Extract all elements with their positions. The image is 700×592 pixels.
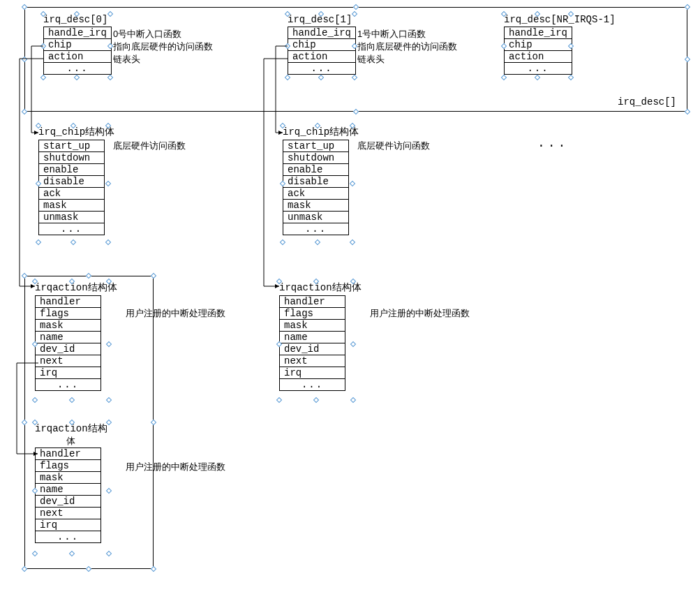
row: flags (36, 460, 101, 472)
row: mask (283, 200, 349, 212)
struct-table: start_up shutdown enable disable ack mas… (38, 140, 105, 235)
row-dots: ... (36, 379, 101, 391)
row: dev_id (36, 343, 101, 355)
row: irq (36, 519, 101, 531)
struct-irq-desc-last: irq_desc[NR_IRQS-1] handle_irq chip acti… (504, 14, 616, 75)
struct-title: irq_chip结构体 (38, 126, 114, 138)
title-suffix: 结构体 (329, 126, 359, 137)
row: name (36, 332, 101, 343)
struct-irq-chip-0: irq_chip结构体 start_up shutdown enable dis… (38, 126, 114, 235)
annot: 指向底层硬件的访问函数 (357, 40, 457, 53)
row: handle_irq (505, 27, 572, 39)
row-dots: ... (283, 223, 349, 235)
struct-title: irq_chip结构体 (283, 126, 359, 138)
struct-table: handle_irq chip action ... (43, 27, 112, 75)
selection-handle (685, 109, 690, 114)
row: mask (280, 320, 345, 332)
title-suffix: 结构 (88, 422, 107, 434)
struct-title: irqaction结构体 (35, 281, 117, 294)
selection-handle (105, 239, 111, 245)
struct-irqaction-0a: irqaction结构体 handler flags mask name dev… (35, 281, 117, 391)
struct-irqaction-1: irqaction结构体 handler flags mask name dev… (279, 281, 362, 391)
row: name (36, 484, 101, 496)
selection-handle (350, 239, 355, 245)
annot: 底层硬件访问函数 (113, 140, 186, 152)
annot: 用户注册的中断处理函数 (370, 307, 470, 320)
row: start_up (39, 140, 105, 152)
row: chip (505, 39, 572, 51)
row-dots: ... (36, 531, 101, 543)
struct-title: irqaction结构体 (279, 281, 362, 294)
struct-table: handle_irq chip action ... (504, 27, 572, 75)
struct-table: start_up shutdown enable disable ack mas… (283, 140, 349, 235)
ellipsis: ... (537, 136, 568, 150)
struct-irq-desc-1: irq_desc[1] handle_irq chip action ... (288, 14, 356, 75)
row: mask (39, 200, 105, 212)
row: dev_id (280, 343, 345, 355)
row: enable (283, 164, 349, 176)
struct-table: handler flags mask name dev_id next irq … (35, 295, 101, 391)
struct-title: irq_desc[NR_IRQS-1] (504, 14, 616, 25)
title-body-char: 体 (35, 435, 107, 447)
row: name (280, 332, 345, 343)
row: unmask (283, 212, 349, 223)
row: flags (280, 308, 345, 320)
title-suffix: 结构体 (85, 126, 114, 137)
row: disable (283, 176, 349, 188)
struct-table: handle_irq chip action ... (288, 27, 356, 75)
selection-handle (315, 239, 320, 245)
title-prefix: irqaction (35, 423, 88, 434)
row: action (44, 51, 112, 63)
title-suffix: 结构体 (88, 281, 117, 293)
row-dots: ... (44, 63, 112, 75)
row: mask (36, 472, 101, 484)
row: handler (36, 448, 101, 460)
annot: 链表头 (113, 53, 140, 66)
row: chip (44, 39, 112, 51)
row-dots: ... (39, 223, 105, 235)
array-label: irq_desc[] (618, 96, 676, 108)
selection-handle (276, 397, 282, 403)
row: next (36, 355, 101, 367)
row: enable (39, 164, 105, 176)
selection-handle (151, 566, 156, 572)
row: next (280, 355, 345, 367)
struct-table: handler flags mask name dev_id next irq … (35, 447, 101, 543)
row: irq (36, 367, 101, 379)
title-prefix: irq_chip (283, 126, 329, 138)
annot: 指向底层硬件的访问函数 (113, 40, 213, 53)
annot: 底层硬件访问函数 (357, 140, 430, 152)
row-dots: ... (288, 63, 356, 75)
title-prefix: irq_chip (38, 126, 85, 138)
row: handler (36, 296, 101, 308)
selection-handle (280, 239, 285, 245)
row: shutdown (39, 152, 105, 164)
title-prefix: irqaction (35, 282, 88, 293)
row: action (505, 51, 572, 63)
row: irq (280, 367, 345, 379)
row: ack (39, 188, 105, 200)
row: dev_id (36, 496, 101, 508)
selection-handle (70, 239, 76, 245)
row: action (288, 51, 356, 63)
struct-table: handler flags mask name dev_id next irq … (279, 295, 345, 391)
row: handle_irq (44, 27, 112, 39)
row: handle_irq (288, 27, 356, 39)
row: shutdown (283, 152, 349, 164)
row: flags (36, 308, 101, 320)
selection-handle (313, 397, 319, 403)
title-prefix: irqaction (279, 282, 332, 293)
row: disable (39, 176, 105, 188)
annot: 0号中断入口函数 (113, 28, 181, 40)
row: start_up (283, 140, 349, 152)
annot: 链表头 (357, 53, 385, 66)
row-dots: ... (280, 379, 345, 391)
annot: 1号中断入口函数 (357, 28, 426, 40)
selection-handle (36, 239, 41, 245)
row: next (36, 508, 101, 519)
row: unmask (39, 212, 105, 223)
row-dots: ... (505, 63, 572, 75)
row: handler (280, 296, 345, 308)
row: mask (36, 320, 101, 332)
row: chip (288, 39, 356, 51)
